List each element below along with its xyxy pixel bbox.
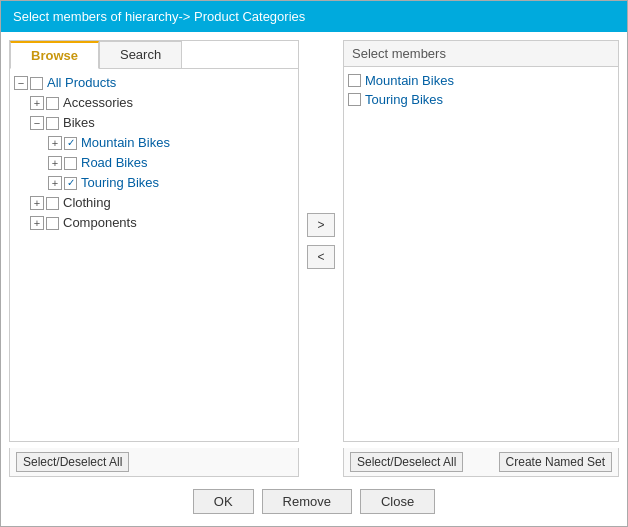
right-bottom-bar: Select/Deselect All Create Named Set — [343, 448, 619, 477]
checkbox-clothing[interactable] — [46, 197, 59, 210]
checkbox-sm-touring[interactable] — [348, 93, 361, 106]
label-bikes[interactable]: Bikes — [63, 114, 95, 132]
expander-touring-bikes[interactable]: + — [48, 176, 62, 190]
right-panel: Select members Mountain Bikes Touring Bi… — [343, 40, 619, 442]
label-mountain-bikes[interactable]: Mountain Bikes — [81, 134, 170, 152]
tree-node-touring-bikes: + ✓ Touring Bikes — [12, 173, 296, 193]
checkbox-mountain-bikes[interactable]: ✓ — [64, 137, 77, 150]
ok-button[interactable]: OK — [193, 489, 254, 514]
right-select-deselect-btn[interactable]: Select/Deselect All — [350, 452, 463, 472]
left-bottom-bar: Select/Deselect All — [9, 448, 299, 477]
tree-area: − All Products + Accessories − Bike — [10, 69, 298, 441]
right-panel-header: Select members — [344, 41, 618, 67]
label-touring-bikes[interactable]: Touring Bikes — [81, 174, 159, 192]
right-item-touring: Touring Bikes — [348, 90, 614, 109]
label-components[interactable]: Components — [63, 214, 137, 232]
checkbox-touring-bikes[interactable]: ✓ — [64, 177, 77, 190]
label-road-bikes[interactable]: Road Bikes — [81, 154, 147, 172]
remove-button[interactable]: < — [307, 245, 335, 269]
arrows-panel: > < — [299, 40, 343, 442]
checkbox-components[interactable] — [46, 217, 59, 230]
tree-node-accessories: + Accessories — [12, 93, 296, 113]
tree-node-road-bikes: + Road Bikes — [12, 153, 296, 173]
checkbox-accessories[interactable] — [46, 97, 59, 110]
expander-all-products[interactable]: − — [14, 76, 28, 90]
label-all-products[interactable]: All Products — [47, 74, 116, 92]
checkbox-all-products[interactable] — [30, 77, 43, 90]
panels-row: Browse Search − All Products + Accessori… — [9, 40, 619, 442]
tree-node-bikes: − Bikes — [12, 113, 296, 133]
add-button[interactable]: > — [307, 213, 335, 237]
checkbox-road-bikes[interactable] — [64, 157, 77, 170]
label-sm-touring[interactable]: Touring Bikes — [365, 92, 443, 107]
tree-node-all-products: − All Products — [12, 73, 296, 93]
left-select-deselect-btn[interactable]: Select/Deselect All — [16, 452, 129, 472]
left-panel: Browse Search − All Products + Accessori… — [9, 40, 299, 442]
dialog-title: Select members of hierarchy-> Product Ca… — [1, 1, 627, 32]
checkbox-sm-mountain[interactable] — [348, 74, 361, 87]
mid-bottom-spacer — [299, 448, 343, 477]
expander-clothing[interactable]: + — [30, 196, 44, 210]
tab-search[interactable]: Search — [99, 41, 182, 68]
checkbox-bikes[interactable] — [46, 117, 59, 130]
create-named-set-button[interactable]: Create Named Set — [499, 452, 612, 472]
right-list: Mountain Bikes Touring Bikes — [344, 67, 618, 441]
tab-browse[interactable]: Browse — [10, 41, 99, 69]
right-item-mountain: Mountain Bikes — [348, 71, 614, 90]
label-sm-mountain[interactable]: Mountain Bikes — [365, 73, 454, 88]
expander-road-bikes[interactable]: + — [48, 156, 62, 170]
remove-btn[interactable]: Remove — [262, 489, 352, 514]
expander-bikes[interactable]: − — [30, 116, 44, 130]
tree-node-components: + Components — [12, 213, 296, 233]
expander-mountain-bikes[interactable]: + — [48, 136, 62, 150]
close-button[interactable]: Close — [360, 489, 435, 514]
bottom-bars-row: Select/Deselect All Select/Deselect All … — [9, 448, 619, 477]
tabs-row: Browse Search — [10, 41, 298, 69]
tree-node-clothing: + Clothing — [12, 193, 296, 213]
dialog-body: Browse Search − All Products + Accessori… — [1, 32, 627, 526]
dialog: Select members of hierarchy-> Product Ca… — [0, 0, 628, 527]
tree-node-mountain-bikes: + ✓ Mountain Bikes — [12, 133, 296, 153]
expander-accessories[interactable]: + — [30, 96, 44, 110]
action-buttons-row: OK Remove Close — [9, 483, 619, 518]
expander-components[interactable]: + — [30, 216, 44, 230]
label-clothing[interactable]: Clothing — [63, 194, 111, 212]
label-accessories[interactable]: Accessories — [63, 94, 133, 112]
